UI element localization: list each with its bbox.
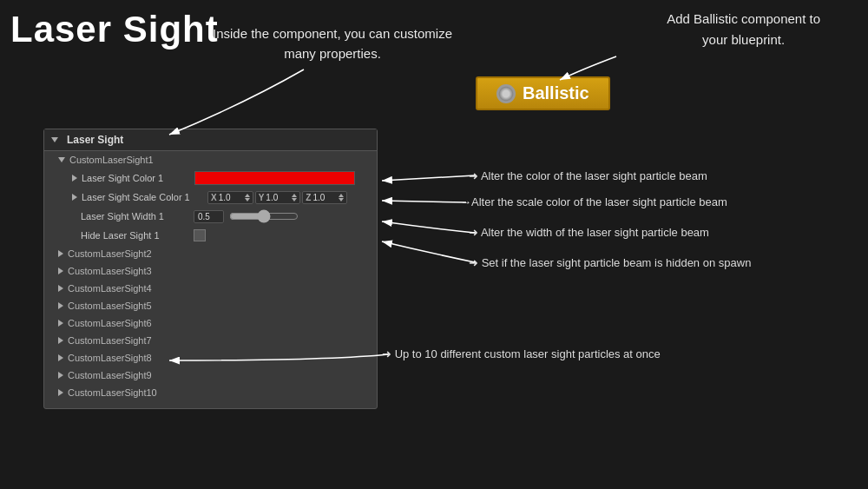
color-row: Laser Sight Color 1 — [44, 169, 377, 188]
list-item[interactable]: CustomLaserSight5 — [44, 297, 377, 314]
expand-icon[interactable] — [58, 268, 63, 274]
width-row: Laser Sight Width 1 — [44, 207, 377, 226]
list-item[interactable]: CustomLaserSight9 — [44, 367, 377, 384]
expand-icon[interactable] — [58, 337, 63, 344]
list-item[interactable]: CustomLaserSight10 — [44, 384, 377, 401]
annot-hidden-spawn: ➜ Set if the laser sight particle beam i… — [469, 256, 751, 269]
laser-sight-panel: Laser Sight CustomLaserSight1 Laser Sigh… — [43, 129, 378, 409]
xyz-inputs: X Y Z — [207, 191, 347, 204]
expand-icon-1[interactable] — [58, 157, 65, 162]
list-item[interactable]: CustomLaserSight8 — [44, 349, 377, 367]
list-item[interactable]: CustomLaserSight2 — [44, 245, 377, 262]
annot-color-beam: ➜ Alter the color of the laser sight par… — [469, 169, 707, 182]
expand-icon[interactable] — [58, 354, 63, 361]
y-input[interactable] — [266, 193, 290, 202]
scale-expand[interactable] — [72, 194, 77, 201]
list-item[interactable]: CustomLaserSight7 — [44, 332, 377, 349]
hide-checkbox[interactable] — [194, 229, 206, 241]
list-item[interactable]: CustomLaserSight3 — [44, 262, 377, 280]
list-item[interactable]: CustomLaserSight6 — [44, 314, 377, 332]
color-bar[interactable] — [194, 171, 355, 185]
collapse-triangle[interactable] — [51, 137, 58, 142]
center-annotation: Inside the component, you can customize … — [213, 24, 452, 63]
color-expand[interactable] — [72, 175, 77, 182]
expand-icon[interactable] — [58, 372, 63, 379]
list-item[interactable]: CustomLaserSight4 — [44, 280, 377, 297]
expand-icon[interactable] — [58, 389, 63, 396]
width-controls — [194, 209, 299, 223]
expand-icon[interactable] — [58, 250, 63, 257]
annot-scale-beam: →Alter the scale color of the laser sigh… — [460, 195, 727, 208]
x-field[interactable]: X — [207, 191, 253, 204]
annot-up-to-10: ➜ Up to 10 different custom laser sight … — [382, 347, 661, 360]
expand-icon[interactable] — [58, 285, 63, 292]
expand-icon[interactable] — [58, 320, 63, 327]
ballistic-button[interactable]: Ballistic — [476, 76, 610, 110]
panel-header: Laser Sight — [44, 129, 377, 151]
gear-icon — [496, 84, 516, 103]
z-field[interactable]: Z — [302, 191, 347, 204]
y-field[interactable]: Y — [255, 191, 301, 204]
z-input[interactable] — [312, 193, 337, 202]
expand-icon[interactable] — [58, 302, 63, 309]
width-input[interactable] — [194, 210, 224, 223]
width-slider[interactable] — [229, 209, 299, 223]
top-right-annotation: Add Ballistic component to your blueprin… — [667, 9, 820, 50]
page-title: Laser Sight — [10, 9, 219, 50]
custom-laser-sight-1-row[interactable]: CustomLaserSight1 — [44, 151, 377, 169]
x-input[interactable] — [219, 193, 243, 202]
scale-row: Laser Sight Scale Color 1 X Y Z — [44, 188, 377, 207]
hide-row: Hide Laser Sight 1 — [44, 226, 377, 245]
annot-width-beam: ➜ Alter the width of the laser sight par… — [469, 226, 709, 239]
